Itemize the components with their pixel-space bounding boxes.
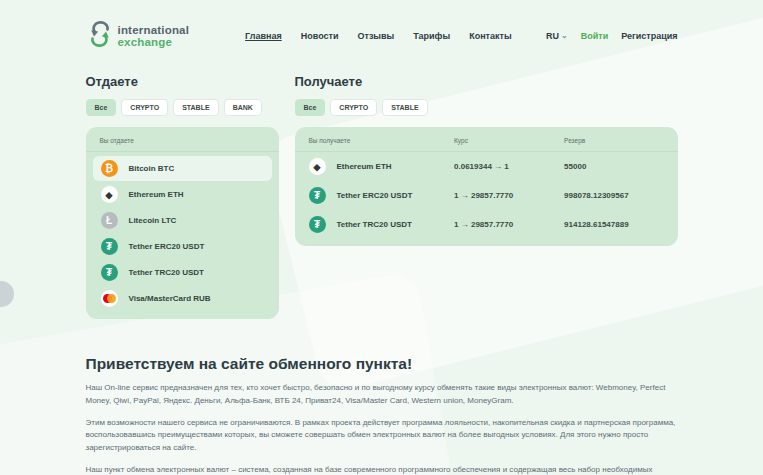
currency-label: Tether ERC20 USDT (337, 191, 413, 200)
give-item-tether-trc20[interactable]: ₮ Tether TRC20 USDT (93, 260, 272, 285)
give-tab-stable[interactable]: STABLE (173, 99, 218, 116)
tether-icon: ₮ (309, 187, 326, 204)
rate-value: 1 → 29857.7770 (454, 220, 564, 229)
logo-line1: international (118, 24, 190, 36)
ethereum-icon: ◆ (309, 158, 326, 175)
nav-item-tariffs[interactable]: Тарифы (413, 31, 450, 41)
give-list: ₿ Bitcoin BTC ◆ Ethereum ETH Ł Litecoin … (86, 152, 279, 311)
bitcoin-icon: ₿ (101, 160, 118, 177)
language-selector[interactable]: RU ⌄ (546, 31, 568, 41)
give-panel-label: Вы отдаете (86, 137, 279, 152)
welcome-paragraph: Наш On-line сервис предназначен для тех,… (86, 382, 678, 408)
receive-column: Получаете Все CRYPTO STABLE Вы получаете… (295, 74, 678, 319)
exchange-section: Отдаете Все CRYPTO STABLE BANK Вы отдает… (86, 74, 678, 319)
give-tab-crypto[interactable]: CRYPTO (121, 99, 168, 116)
give-tabs: Все CRYPTO STABLE BANK (86, 99, 279, 116)
give-tab-all[interactable]: Все (86, 99, 117, 116)
nav-item-contacts[interactable]: Контакты (469, 31, 511, 41)
nav-item-reviews[interactable]: Отзывы (357, 31, 394, 41)
currency-label: Litecoin LTC (129, 216, 177, 225)
currency-label: Ethereum ETH (129, 190, 184, 199)
edge-circle-decoration (0, 281, 14, 307)
receive-row-tether-erc20[interactable]: ₮ Tether ERC20 USDT 1 → 29857.7770 99807… (295, 181, 678, 210)
give-column: Отдаете Все CRYPTO STABLE BANK Вы отдает… (86, 74, 279, 319)
receive-tab-crypto[interactable]: CRYPTO (330, 99, 377, 116)
mastercard-icon (101, 290, 118, 307)
login-link[interactable]: Войти (581, 31, 608, 41)
tether-icon: ₮ (101, 238, 118, 255)
column-header-name: Вы получаете (309, 137, 455, 144)
tether-icon: ₮ (101, 264, 118, 281)
give-item-ethereum[interactable]: ◆ Ethereum ETH (93, 182, 272, 207)
receive-panel: Вы получаете Курс Резерв ◆ Ethereum ETH … (295, 127, 678, 246)
nav-item-home[interactable]: Главная (245, 31, 282, 41)
give-panel: Вы отдаете ₿ Bitcoin BTC ◆ Ethereum ETH … (86, 127, 279, 319)
receive-title: Получаете (295, 74, 678, 89)
exchange-arrows-icon (86, 20, 114, 52)
receive-tab-stable[interactable]: STABLE (382, 99, 427, 116)
give-item-litecoin[interactable]: Ł Litecoin LTC (93, 208, 272, 233)
welcome-paragraph: Наш пункт обмена электронных валют – сис… (86, 464, 678, 475)
currency-label: Ethereum ETH (337, 162, 392, 171)
give-tab-bank[interactable]: BANK (224, 99, 262, 116)
currency-label: Tether ERC20 USDT (129, 242, 205, 251)
header-right: RU ⌄ Войти Регистрация (546, 31, 678, 41)
reserve-value: 914128.61547889 (564, 220, 663, 229)
register-link[interactable]: Регистрация (621, 31, 677, 41)
receive-row-tether-trc20[interactable]: ₮ Tether TRC20 USDT 1 → 29857.7770 91412… (295, 210, 678, 239)
main-nav: Главная Новости Отзывы Тарифы Контакты (245, 31, 511, 41)
reserve-value: 998078.12309567 (564, 191, 663, 200)
give-title: Отдаете (86, 74, 279, 89)
rate-value: 0.0619344 → 1 (454, 162, 564, 171)
receive-row-ethereum[interactable]: ◆ Ethereum ETH 0.0619344 → 1 55000 (295, 152, 678, 181)
welcome-title: Приветствуем на сайте обменного пункта! (86, 355, 678, 373)
give-item-visa-mastercard[interactable]: Visa/MasterCard RUB (93, 286, 272, 311)
chevron-down-icon: ⌄ (561, 31, 568, 40)
logo[interactable]: international exchange (86, 20, 190, 52)
ethereum-icon: ◆ (101, 186, 118, 203)
column-header-reserve: Резерв (564, 137, 663, 144)
rate-value: 1 → 29857.7770 (454, 191, 564, 200)
currency-label: Tether TRC20 USDT (337, 220, 412, 229)
currency-label: Tether TRC20 USDT (129, 268, 204, 277)
logo-line2: exchange (118, 36, 190, 48)
give-item-tether-erc20[interactable]: ₮ Tether ERC20 USDT (93, 234, 272, 259)
logo-text: international exchange (118, 24, 190, 48)
receive-table-header: Вы получаете Курс Резерв (295, 137, 678, 152)
litecoin-icon: Ł (101, 212, 118, 229)
reserve-value: 55000 (564, 162, 663, 171)
currency-label: Bitcoin BTC (129, 164, 175, 173)
welcome-section: Приветствуем на сайте обменного пункта! … (86, 355, 678, 475)
column-header-rate: Курс (454, 137, 564, 144)
receive-tab-all[interactable]: Все (295, 99, 326, 116)
receive-tabs: Все CRYPTO STABLE (295, 99, 678, 116)
header: international exchange Главная Новости О… (86, 20, 678, 52)
currency-label: Visa/MasterCard RUB (129, 294, 211, 303)
give-item-bitcoin[interactable]: ₿ Bitcoin BTC (93, 156, 272, 181)
welcome-paragraph: Этим возможности нашего сервиса не огран… (86, 417, 678, 455)
language-label: RU (546, 31, 559, 41)
tether-icon: ₮ (309, 216, 326, 233)
nav-item-news[interactable]: Новости (301, 31, 339, 41)
